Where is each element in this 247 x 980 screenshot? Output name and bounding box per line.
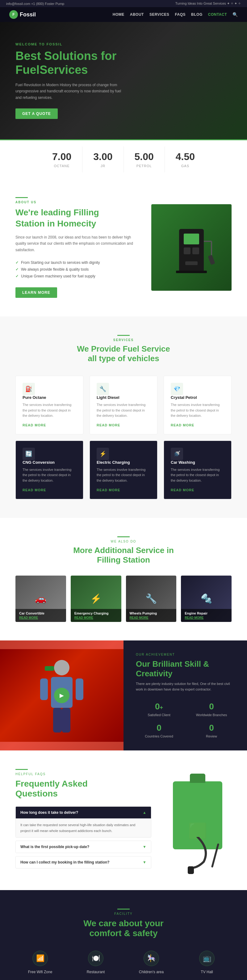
- service-desc: The services involve transferring the pe…: [97, 402, 150, 418]
- card-label-charging: Emergency Charging READ MORE: [71, 609, 121, 622]
- stat-petrol-label: Petrol: [135, 164, 154, 168]
- service-desc: The services involve transferring the pe…: [22, 402, 76, 418]
- chevron-down-icon: ▼: [142, 860, 146, 864]
- nav-services[interactable]: SERVICES: [149, 12, 169, 17]
- services-grid: ⛽ Pure Octane The services involve trans…: [16, 376, 231, 499]
- service-title: Car Washing: [171, 460, 225, 465]
- faq-item-3: How can I collect my booking in the fill…: [16, 856, 151, 869]
- services-section: SERVICES We Provide Fuel Service all typ…: [0, 317, 247, 518]
- facility-grid: 📶 Free Wifi Zone 🍽️ Restaurant 🎠 Childre…: [16, 951, 231, 974]
- fuel-pump-illustration: [160, 210, 222, 285]
- stats-bar: 7.00 Octane 3.00 Jr 5.00 Petrol 4.50 Gas: [0, 139, 247, 178]
- jerry-can-container: 🟩: [173, 781, 222, 849]
- service-read-more[interactable]: READ MORE: [171, 488, 194, 492]
- services-header: SERVICES We Provide Fuel Service all typ…: [16, 335, 231, 363]
- ach-stat-countries: 0 Countries Covered: [136, 723, 182, 738]
- additional-read-more[interactable]: READ MORE: [185, 616, 228, 619]
- additional-divider: [117, 536, 130, 537]
- search-icon[interactable]: 🔍: [233, 12, 238, 17]
- additional-card-wheels: 🔧 Wheels Pumping READ MORE: [126, 576, 177, 622]
- hero-title: Best Solutions for FuelServices: [16, 49, 145, 77]
- faq-answer-1: It can take the requested some several h…: [16, 818, 151, 837]
- hero-description: Fuel Revolution in Modern History the pr…: [16, 82, 124, 101]
- stat-jr: 3.00 Jr: [82, 146, 124, 172]
- service-card-cng: 🔄 CNG Conversion The services involve tr…: [16, 441, 83, 499]
- service-read-more[interactable]: READ MORE: [97, 488, 120, 492]
- service-icon-cng: 🔄: [22, 448, 35, 460]
- about-text: ABOUT US We're leading Filling Station i…: [16, 197, 139, 298]
- achievement-tag: OUR ACHIEVEMENT: [136, 653, 235, 656]
- logo[interactable]: F Fossil: [9, 10, 36, 19]
- nav-contact[interactable]: CONTACT: [208, 12, 227, 17]
- restaurant-icon: 🍽️: [88, 951, 103, 966]
- faq-item-2: What is the first possible pick-up date?…: [16, 841, 151, 853]
- svg-rect-12: [76, 678, 83, 700]
- service-read-more[interactable]: READ MORE: [171, 423, 194, 427]
- faq-question-2[interactable]: What is the first possible pick-up date?…: [16, 841, 151, 853]
- get-quote-button[interactable]: GET A QUOTE: [16, 108, 58, 119]
- service-read-more[interactable]: READ MORE: [22, 488, 46, 492]
- service-read-more[interactable]: READ MORE: [22, 423, 46, 427]
- about-image-box: [151, 204, 231, 291]
- service-desc: The services involve transferring the pe…: [97, 467, 150, 484]
- service-card-electric: ⚡ Electric Charging The services involve…: [90, 441, 157, 499]
- faq-question-3[interactable]: How can I collect my booking in the fill…: [16, 856, 151, 868]
- chevron-down-icon: ▼: [142, 845, 146, 849]
- email-link[interactable]: info@fossil.com: [6, 2, 30, 6]
- tagline: Turning Ideas Into Great Services: [176, 2, 226, 5]
- nav-about[interactable]: ABOUT: [130, 12, 144, 17]
- top-bar: info@fossil.com +1 (800) Foster Pump Tur…: [0, 0, 247, 7]
- facility-restaurant-label: Restaurant: [71, 970, 120, 974]
- service-desc: The services involve transferring the pe…: [171, 402, 225, 418]
- service-icon-washing: 🚿: [171, 448, 183, 460]
- about-title: We're leading Filling Station in Homecit…: [16, 207, 139, 229]
- nav-faqs[interactable]: FAQS: [175, 12, 185, 17]
- additional-card-car: 🚗 Car Convertible READ MORE: [16, 576, 66, 622]
- svg-rect-8: [176, 270, 207, 273]
- nav-home[interactable]: HOME: [113, 12, 124, 17]
- achievement-image-inner: ▶: [0, 649, 124, 742]
- phone-link[interactable]: +1 (800) Foster Pump: [31, 2, 64, 6]
- logo-text: Fossil: [20, 11, 36, 18]
- additional-read-more[interactable]: READ MORE: [130, 616, 173, 619]
- facility-wifi-label: Free Wifi Zone: [16, 970, 65, 974]
- service-card-light-diesel: 🔧 Light Diesel The services involve tran…: [90, 376, 157, 434]
- service-icon-octane: ⛽: [22, 383, 35, 395]
- svg-rect-16: [188, 866, 194, 874]
- svg-point-9: [54, 660, 70, 675]
- header: F Fossil HOME ABOUT SERVICES FAQS BLOG C…: [0, 7, 247, 22]
- svg-rect-3: [192, 247, 199, 254]
- card-label-engine: Engine Repair READ MORE: [181, 609, 231, 622]
- play-button[interactable]: ▶: [54, 688, 70, 703]
- stat-jr-label: Jr: [93, 164, 112, 168]
- top-bar-left: info@fossil.com +1 (800) Foster Pump: [6, 2, 64, 6]
- stat-octane-label: Octane: [52, 164, 71, 168]
- service-title: Crystal Petrol: [171, 395, 225, 400]
- stat-petrol-number: 5.00: [135, 151, 154, 162]
- about-learn-more-button[interactable]: LEARN MORE: [16, 287, 57, 298]
- facility-tv: 📺 TV Hall: [182, 951, 231, 974]
- additional-read-more[interactable]: READ MORE: [74, 616, 118, 619]
- card-label-wheels: Wheels Pumping READ MORE: [126, 609, 177, 622]
- facility-divider: [117, 908, 130, 910]
- service-read-more[interactable]: READ MORE: [97, 423, 120, 427]
- about-description: Since our launch in 2008, our ideas and …: [16, 234, 139, 253]
- social-icons: ✦ ✧ ✦ ✧: [227, 2, 241, 5]
- service-title: Pure Octane: [22, 395, 76, 400]
- stat-gas-number: 4.50: [176, 151, 195, 162]
- service-desc: The services involve transferring the pe…: [22, 467, 76, 484]
- navigation: HOME ABOUT SERVICES FAQS BLOG CONTACT 🔍: [113, 12, 238, 17]
- svg-rect-11: [40, 678, 48, 700]
- achievement-section: ▶ OUR ACHIEVEMENT Our Brilliant Skill & …: [0, 640, 247, 751]
- additional-read-more[interactable]: READ MORE: [19, 616, 62, 619]
- service-title: CNG Conversion: [22, 460, 76, 465]
- hose-curve: [173, 837, 222, 874]
- additional-header: WE ALSO DO More Additional Service in Fi…: [16, 536, 231, 565]
- additional-grid: 🚗 Car Convertible READ MORE ⚡ Emergency …: [16, 576, 231, 622]
- faq-question-1[interactable]: How long does it take to deliver? ▲: [16, 807, 151, 818]
- about-highlight1: Filling: [73, 208, 99, 217]
- top-bar-right: Turning Ideas Into Great Services ✦ ✧ ✦ …: [176, 2, 241, 6]
- svg-rect-2: [184, 247, 190, 254]
- nav-blog[interactable]: BLOG: [191, 12, 203, 17]
- service-card-pure-octane: ⛽ Pure Octane The services involve trans…: [16, 376, 83, 434]
